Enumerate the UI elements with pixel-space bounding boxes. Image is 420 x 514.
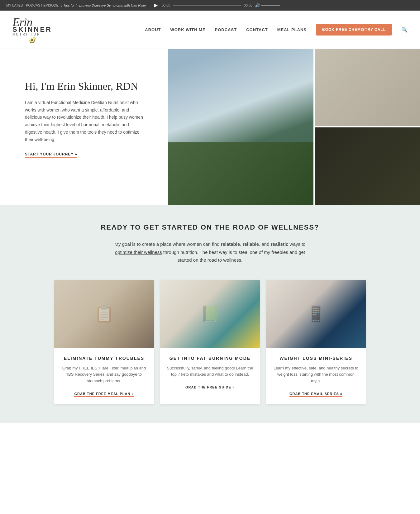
card-tummy-desc: Grab my FREE IBS 'Flare Fixer' meal plan… xyxy=(60,365,148,384)
wellness-mid: ways to xyxy=(288,241,305,247)
wellness-sep2: , and xyxy=(259,241,271,247)
hero-heading: Hi, I'm Erin Skinner, RDN xyxy=(25,80,143,93)
wellness-bold-relatable: relatable xyxy=(221,241,240,247)
hero-section: Hi, I'm Erin Skinner, RDN I am a virtual… xyxy=(0,49,420,205)
grab-meal-plan-link[interactable]: GRAB THE FREE MEAL PLAN » xyxy=(74,392,134,397)
hero-side-photo-top xyxy=(315,49,420,126)
nav-work-with-me[interactable]: WORK WITH ME xyxy=(170,27,205,32)
card-weight-loss: 📱 WEIGHT LOSS MINI-SERIES Learn my effec… xyxy=(266,280,366,404)
search-icon[interactable]: 🔍 xyxy=(401,27,408,33)
play-button[interactable]: ▶ xyxy=(152,2,159,9)
volume-slider[interactable] xyxy=(261,5,280,6)
wellness-heading: READY TO GET STARTED ON THE ROAD OF WELL… xyxy=(12,223,408,231)
meal-plan-icon: 📋 xyxy=(94,305,114,323)
card-weight-loss-image: 📱 xyxy=(266,280,366,348)
avocado-icon: 🥑 xyxy=(12,37,52,43)
nav-contact[interactable]: CONTACT xyxy=(246,27,268,32)
hero-side-photo-bottom xyxy=(315,127,420,205)
optimize-wellness-link[interactable]: optimize their wellness xyxy=(115,250,162,255)
card-weight-loss-body: WEIGHT LOSS MINI-SERIES Learn my effecti… xyxy=(266,348,366,404)
podcast-prefix: MY LATEST PODCAST EPISODE: xyxy=(6,3,60,7)
podcast-title: 5 Tips for Improving Digestive Symptoms … xyxy=(60,3,146,7)
hero-text-block: Hi, I'm Erin Skinner, RDN I am a virtual… xyxy=(25,68,143,158)
card-fat-burning-body: GET INTO FAT BURNING MODE Successfully, … xyxy=(160,348,260,398)
time-total: 00:00 xyxy=(244,3,253,7)
site-header: Erin SKINNER NUTRITION 🥑 ABOUT WORK WITH… xyxy=(0,11,420,49)
cards-row: 📋 ELIMINATE TUMMY TROUBLES Grab my FREE … xyxy=(54,280,366,404)
card-tummy-image: 📋 xyxy=(54,280,154,348)
card-fat-burning: 📗 GET INTO FAT BURNING MODE Successfully… xyxy=(160,280,260,404)
logo[interactable]: Erin SKINNER NUTRITION 🥑 xyxy=(12,16,52,43)
card-tummy-title: ELIMINATE TUMMY TROUBLES xyxy=(60,356,148,361)
card-weight-loss-title: WEIGHT LOSS MINI-SERIES xyxy=(272,356,360,361)
nav-meal-plans[interactable]: MEAL PLANS xyxy=(277,27,307,32)
wellness-section: READY TO GET STARTED ON THE ROAD OF WELL… xyxy=(0,205,420,423)
logo-subtitle: NUTRITION xyxy=(12,33,52,36)
main-nav: ABOUT WORK WITH ME PODCAST CONTACT MEAL … xyxy=(145,24,408,36)
grab-email-series-link[interactable]: GRAB THE EMAIL SERIES » xyxy=(289,392,342,397)
weight-loss-icon: 📱 xyxy=(306,305,326,323)
podcast-episode-text: MY LATEST PODCAST EPISODE: 5 Tips for Im… xyxy=(6,3,146,7)
hero-images xyxy=(168,49,420,205)
nav-podcast[interactable]: PODCAST xyxy=(215,27,237,32)
hero-body: I am a virtual Functional Medicine Dieti… xyxy=(25,99,143,144)
start-journey-link[interactable]: START YOUR JOURNEY » xyxy=(25,152,77,158)
wellness-subtitle: My goal is to create a place where women… xyxy=(113,240,307,264)
wellness-bold-realistic: realistic xyxy=(271,241,289,247)
book-chemistry-call-button[interactable]: BOOK FREE CHEMISTRY CALL xyxy=(316,24,392,36)
card-weight-loss-desc: Learn my effective, safe, and healthy se… xyxy=(272,365,360,384)
grab-free-guide-link[interactable]: GRAB THE FREE GUIDE » xyxy=(185,385,235,390)
volume-icon: 🔊 xyxy=(255,3,260,8)
hero-side-photos xyxy=(315,49,420,205)
progress-bar[interactable] xyxy=(173,5,241,6)
nav-about[interactable]: ABOUT xyxy=(145,27,161,32)
time-current: 00:00 xyxy=(162,3,170,7)
wellness-suffix: through nutrition. The best way is to st… xyxy=(162,250,305,263)
hero-main-photo xyxy=(168,49,313,205)
logo-surname: SKINNER xyxy=(12,26,52,33)
podcast-bar: MY LATEST PODCAST EPISODE: 5 Tips for Im… xyxy=(0,0,420,11)
hero-person-photo xyxy=(168,49,313,205)
wellness-sep1: , xyxy=(240,241,242,247)
card-fat-burning-title: GET INTO FAT BURNING MODE xyxy=(166,356,254,361)
wellness-bold-reliable: reliable xyxy=(243,241,259,247)
wellness-body-prefix: My goal is to create a place where women… xyxy=(115,241,221,247)
card-tummy: 📋 ELIMINATE TUMMY TROUBLES Grab my FREE … xyxy=(54,280,154,404)
card-tummy-body: ELIMINATE TUMMY TROUBLES Grab my FREE IB… xyxy=(54,348,154,404)
card-fat-burning-desc: Successfully, safely, and feeling good! … xyxy=(166,365,254,378)
keto-guide-icon: 📗 xyxy=(200,305,220,323)
card-fat-burning-image: 📗 xyxy=(160,280,260,348)
logo-text: Erin SKINNER NUTRITION 🥑 xyxy=(12,16,52,43)
volume-control[interactable]: 🔊 xyxy=(255,3,280,8)
audio-player[interactable]: ▶ 00:00 00:00 🔊 xyxy=(152,2,280,9)
